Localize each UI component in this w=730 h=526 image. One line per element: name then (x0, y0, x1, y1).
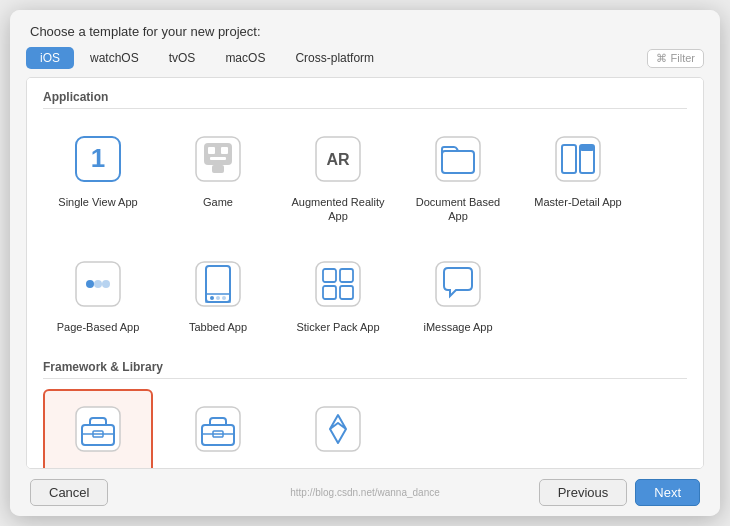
game-label: Game (203, 195, 233, 209)
application-grid: 1 Single View App (43, 119, 687, 344)
content-area: Application 1 Single View App (26, 77, 704, 469)
template-doc-based-app[interactable]: Document Based App (403, 119, 513, 234)
document-icon (428, 129, 488, 189)
tab-crossplatform[interactable]: Cross-platform (281, 47, 388, 69)
single-view-icon: 1 (68, 129, 128, 189)
tab-ios[interactable]: iOS (26, 47, 74, 69)
svg-rect-40 (316, 407, 360, 451)
master-detail-icon (548, 129, 608, 189)
project-template-dialog: Choose a template for your new project: … (10, 10, 720, 516)
tab-watchos[interactable]: watchOS (76, 47, 153, 69)
svg-rect-5 (221, 147, 228, 154)
svg-point-25 (222, 296, 226, 300)
single-view-label: Single View App (58, 195, 137, 209)
svg-point-24 (216, 296, 220, 300)
sticker-icon (308, 254, 368, 314)
template-master-detail-app[interactable]: Master-Detail App (523, 119, 633, 234)
cancel-button[interactable]: Cancel (30, 479, 108, 506)
svg-text:1: 1 (91, 143, 105, 173)
template-ar-app[interactable]: AR Augmented Reality App (283, 119, 393, 234)
page-based-icon (68, 254, 128, 314)
template-metal-library[interactable]: Metal Library (283, 389, 393, 469)
imessage-icon (428, 254, 488, 314)
svg-point-23 (210, 296, 214, 300)
imessage-label: iMessage App (423, 320, 492, 334)
svg-rect-15 (580, 145, 594, 151)
template-game[interactable]: Game (163, 119, 273, 234)
next-button[interactable]: Next (635, 479, 700, 506)
template-sticker-pack-app[interactable]: Sticker Pack App (283, 244, 393, 344)
tabbed-label: Tabbed App (189, 320, 247, 334)
ar-icon: AR (308, 129, 368, 189)
metal-icon (308, 399, 368, 459)
svg-rect-3 (204, 143, 232, 165)
filter-placeholder: Filter (671, 52, 695, 64)
svg-point-17 (86, 280, 94, 288)
game-icon (188, 129, 248, 189)
svg-rect-26 (316, 262, 360, 306)
template-single-view-app[interactable]: 1 Single View App (43, 119, 153, 234)
template-cocoa-touch-static-lib[interactable]: Cocoa Touch Static Library (163, 389, 273, 469)
master-detail-label: Master-Detail App (534, 195, 621, 209)
tab-macos[interactable]: macOS (211, 47, 279, 69)
section-application: Application (43, 90, 687, 109)
section-framework: Framework & Library (43, 360, 687, 379)
svg-point-18 (94, 280, 102, 288)
svg-rect-6 (210, 157, 226, 160)
static-lib-icon (188, 399, 248, 459)
document-label: Document Based App (411, 195, 505, 224)
framework-grid: Cocoa Touch Framework Cocoa Touch Static… (43, 389, 687, 469)
sticker-label: Sticker Pack App (296, 320, 379, 334)
tabbed-icon (188, 254, 248, 314)
previous-button[interactable]: Previous (539, 479, 628, 506)
svg-rect-7 (212, 165, 224, 173)
dialog-title: Choose a template for your new project: (10, 10, 720, 47)
footer-right: Previous Next (539, 479, 700, 506)
filter-icon: ⌘ (656, 52, 667, 65)
ar-label: Augmented Reality App (291, 195, 385, 224)
tabs-bar: iOS watchOS tvOS macOS Cross-platform ⌘ … (10, 47, 720, 77)
dialog-footer: Cancel Previous Next (10, 469, 720, 516)
tab-tvos[interactable]: tvOS (155, 47, 210, 69)
framework-icon (68, 399, 128, 459)
template-cocoa-touch-framework[interactable]: Cocoa Touch Framework (43, 389, 153, 469)
footer-left: Cancel (30, 479, 108, 506)
svg-text:AR: AR (326, 151, 350, 168)
page-based-label: Page-Based App (57, 320, 140, 334)
svg-point-19 (102, 280, 110, 288)
template-imessage-app[interactable]: iMessage App (403, 244, 513, 344)
svg-rect-4 (208, 147, 215, 154)
template-tabbed-app[interactable]: Tabbed App (163, 244, 273, 344)
filter-box[interactable]: ⌘ Filter (647, 49, 704, 68)
template-page-based-app[interactable]: Page-Based App (43, 244, 153, 344)
